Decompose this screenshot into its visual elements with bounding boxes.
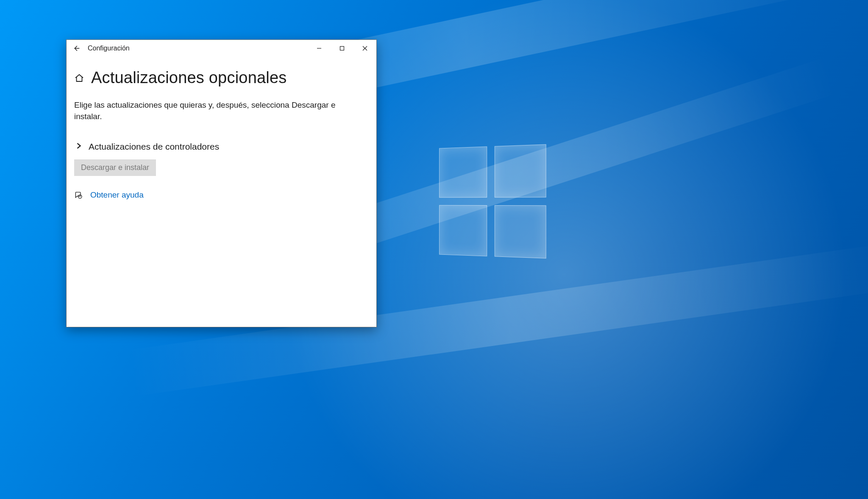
maximize-button[interactable] [331, 40, 353, 57]
section-title: Actualizaciones de controladores [89, 142, 219, 152]
get-help-link[interactable]: Obtener ayuda [90, 190, 144, 200]
window-title: Configuración [88, 45, 130, 52]
window-controls [308, 40, 376, 57]
home-icon[interactable] [74, 73, 84, 83]
titlebar: Configuración [67, 40, 376, 57]
arrow-left-icon [72, 45, 80, 52]
chevron-right-icon [76, 143, 83, 151]
page-title: Actualizaciones opcionales [91, 69, 287, 87]
content-area: Actualizaciones opcionales Elige las act… [67, 57, 376, 327]
windows-logo-icon [439, 144, 546, 258]
help-chat-icon: ? [74, 191, 83, 199]
back-button[interactable] [67, 40, 86, 57]
settings-window: Configuración Actualizaciones opcionales… [66, 39, 377, 327]
download-install-button[interactable]: Descargar e instalar [74, 159, 156, 176]
minimize-button[interactable] [308, 40, 331, 57]
svg-rect-2 [340, 47, 344, 50]
page-heading: Actualizaciones opcionales [74, 69, 365, 87]
help-row: ? Obtener ayuda [74, 190, 365, 200]
close-button[interactable] [353, 40, 376, 57]
page-description: Elige las actualizaciones que quieras y,… [74, 100, 365, 122]
driver-updates-section-header[interactable]: Actualizaciones de controladores [74, 142, 365, 152]
